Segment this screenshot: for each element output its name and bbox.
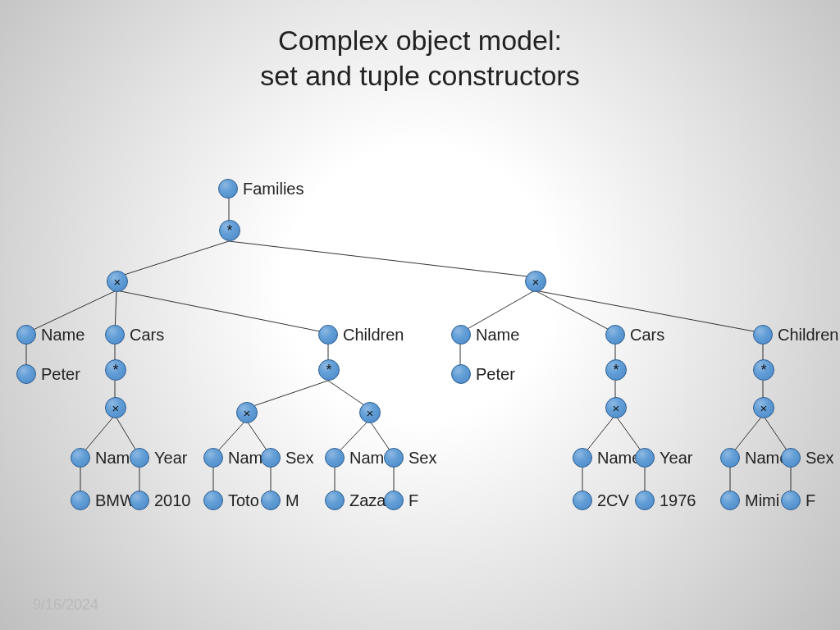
circle-icon xyxy=(781,491,801,510)
node-children: Children xyxy=(318,325,404,345)
circle-icon xyxy=(451,325,471,345)
attr-name: Name xyxy=(325,448,393,468)
circle-icon xyxy=(325,491,345,510)
svg-line-16 xyxy=(246,381,328,409)
circle-icon xyxy=(753,325,773,345)
leaf-toto: Toto xyxy=(203,491,259,510)
circle-icon xyxy=(16,364,36,384)
circle-icon xyxy=(635,448,655,468)
op-tuple: × xyxy=(753,397,774,418)
footer-date: 9/16/2024 xyxy=(33,596,98,614)
circle-icon xyxy=(384,448,404,468)
circle-icon xyxy=(781,448,801,468)
node-cars: Cars xyxy=(105,325,164,345)
circle-icon xyxy=(573,448,592,468)
op-set: * xyxy=(219,220,240,241)
op-tuple: × xyxy=(107,271,128,292)
op-set: * xyxy=(318,359,340,381)
circle-icon xyxy=(325,448,345,468)
node-families: Families xyxy=(218,179,304,199)
leaf-1976: 1976 xyxy=(635,491,696,510)
circle-icon xyxy=(573,491,592,510)
circle-icon xyxy=(105,325,125,345)
attr-name: Name xyxy=(573,448,641,468)
circle-icon xyxy=(16,325,36,345)
leaf-peter: Peter xyxy=(451,364,515,384)
circle-icon xyxy=(635,491,655,510)
circle-icon xyxy=(130,448,149,468)
svg-line-1 xyxy=(116,241,229,277)
leaf-2010: 2010 xyxy=(130,491,191,510)
attr-sex: Sex xyxy=(384,448,436,468)
circle-icon xyxy=(203,491,223,510)
attr-year: Year xyxy=(130,448,187,468)
leaf-2cv: 2CV xyxy=(573,491,629,510)
leaf-peter: Peter xyxy=(16,364,80,384)
leaf-bmw: BMW xyxy=(71,491,135,510)
circle-icon xyxy=(203,448,223,468)
circle-icon xyxy=(261,491,281,510)
node-cars: Cars xyxy=(605,325,664,345)
circle-icon xyxy=(71,448,90,468)
circle-icon xyxy=(605,325,625,345)
tree-edges xyxy=(0,0,840,630)
leaf-m: M xyxy=(261,491,299,510)
circle-icon xyxy=(384,491,404,510)
op-tuple: × xyxy=(605,397,627,418)
label-families: Families xyxy=(243,180,304,199)
circle-icon xyxy=(720,491,740,510)
circle-icon xyxy=(318,325,338,345)
attr-sex: Sex xyxy=(781,448,833,468)
circle-icon xyxy=(218,179,238,199)
circle-icon xyxy=(261,448,281,468)
op-tuple: × xyxy=(525,271,546,292)
footer-page: 2 xyxy=(799,596,807,614)
node-name: Name xyxy=(16,325,84,345)
circle-icon xyxy=(451,364,471,384)
op-set: * xyxy=(753,359,774,381)
op-tuple: × xyxy=(359,402,381,423)
node-children: Children xyxy=(753,325,838,345)
circle-icon xyxy=(71,491,90,510)
circle-icon xyxy=(720,448,740,468)
op-set: * xyxy=(105,359,126,381)
leaf-mimi: Mimi xyxy=(720,491,779,510)
svg-line-7 xyxy=(535,290,615,333)
op-set: * xyxy=(605,359,627,381)
node-name: Name xyxy=(451,325,519,345)
svg-line-2 xyxy=(229,241,535,277)
leaf-f: F xyxy=(781,491,815,510)
leaf-zaza: Zaza xyxy=(325,491,386,510)
op-tuple: × xyxy=(105,397,126,418)
leaf-f: F xyxy=(384,491,418,510)
attr-sex: Sex xyxy=(261,448,313,468)
attr-name: Name xyxy=(71,448,139,468)
attr-name: Name xyxy=(720,448,788,468)
circle-icon xyxy=(130,491,149,510)
op-tuple: × xyxy=(236,402,258,423)
attr-year: Year xyxy=(635,448,692,468)
